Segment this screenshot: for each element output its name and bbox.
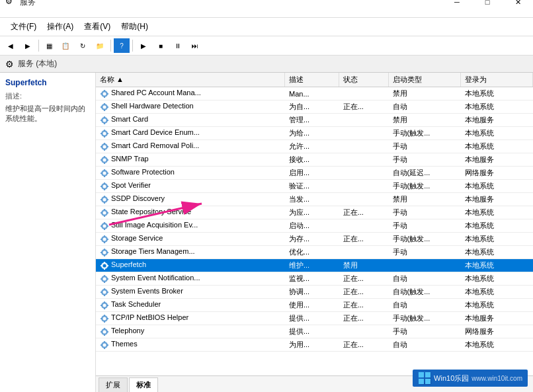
show-hide-button[interactable]: ▦ bbox=[42, 38, 56, 53]
services-table[interactable]: 名称 ▲ 描述 状态 启动类型 登录为 Shared PC Account Ma… bbox=[96, 73, 533, 375]
table-row[interactable]: Superfetch维护...禁用本地系统 bbox=[96, 259, 533, 272]
svg-point-13 bbox=[103, 118, 106, 122]
service-startup-cell: 禁用 bbox=[389, 87, 461, 100]
svg-rect-75 bbox=[104, 255, 105, 256]
help-button[interactable]: ? bbox=[114, 38, 130, 53]
svg-point-67 bbox=[103, 237, 106, 241]
stop-button[interactable]: ■ bbox=[153, 38, 169, 53]
svg-rect-119 bbox=[107, 344, 109, 346]
svg-rect-40 bbox=[101, 173, 102, 174]
service-login-cell: 本地服务 bbox=[461, 312, 533, 325]
service-desc-cell: 验证... bbox=[285, 180, 339, 193]
refresh-button[interactable]: ↻ bbox=[75, 38, 91, 53]
svg-rect-56 bbox=[104, 209, 105, 211]
tab-expand[interactable]: 扩展 bbox=[99, 377, 128, 392]
svg-rect-92 bbox=[104, 288, 105, 290]
svg-rect-118 bbox=[101, 344, 102, 346]
svg-point-91 bbox=[103, 290, 106, 294]
svg-rect-22 bbox=[101, 133, 102, 134]
table-row[interactable]: Storage Service为存...正在...手动(触发...本地系统 bbox=[96, 233, 533, 246]
table-row[interactable]: Themes为用...正在...自动本地系统 bbox=[96, 338, 533, 352]
svg-point-37 bbox=[103, 171, 106, 175]
svg-rect-122 bbox=[419, 372, 424, 377]
service-name-cell: Shared PC Account Mana... bbox=[96, 87, 285, 100]
col-header-status[interactable]: 状态 bbox=[339, 73, 389, 87]
service-name-cell: Still Image Acquisition Ev... bbox=[96, 219, 285, 233]
svg-rect-62 bbox=[104, 222, 105, 224]
tab-standard[interactable]: 标准 bbox=[129, 377, 158, 392]
menu-file[interactable]: 文件(F) bbox=[5, 19, 42, 34]
service-login-cell: 网络服务 bbox=[461, 167, 533, 180]
table-row[interactable]: Storage Tiers Managem...优化...手动本地系统 bbox=[96, 246, 533, 259]
col-header-login[interactable]: 登录为 bbox=[461, 73, 533, 87]
export-button[interactable]: 📁 bbox=[92, 38, 108, 53]
table-row[interactable]: Shell Hardware Detection为自...正在...自动本地系统 bbox=[96, 100, 533, 114]
service-status-cell: 禁用 bbox=[339, 259, 389, 272]
service-desc-cell: 为给... bbox=[285, 127, 339, 140]
svg-rect-29 bbox=[107, 146, 109, 147]
menu-help[interactable]: 帮助(H) bbox=[116, 19, 153, 34]
svg-point-79 bbox=[103, 264, 106, 267]
watermark-logo bbox=[418, 372, 431, 385]
properties-button[interactable]: 📋 bbox=[58, 38, 73, 53]
table-row[interactable]: Smart Card Device Enum...为给...手动(触发...本地… bbox=[96, 127, 533, 140]
table-row[interactable]: Telephony提供...手动网络服务 bbox=[96, 325, 533, 338]
service-status-cell bbox=[339, 219, 389, 233]
col-header-desc[interactable]: 描述 bbox=[285, 73, 339, 87]
service-startup-cell: 禁用 bbox=[389, 114, 461, 127]
restart-button[interactable]: ⏭ bbox=[187, 38, 203, 53]
svg-point-19 bbox=[103, 132, 106, 135]
pause-button[interactable]: ⏸ bbox=[170, 38, 186, 53]
service-startup-cell: 手动 bbox=[389, 140, 461, 153]
svg-rect-35 bbox=[107, 159, 109, 161]
service-login-cell: 本地服务 bbox=[461, 193, 533, 206]
svg-rect-41 bbox=[107, 173, 109, 174]
col-header-startup[interactable]: 启动类型 bbox=[389, 73, 461, 87]
svg-point-97 bbox=[103, 303, 106, 307]
service-desc-cell: 优化... bbox=[285, 246, 339, 259]
table-row[interactable]: TCP/IP NetBIOS Helper提供...正在...手动(触发...本… bbox=[96, 312, 533, 325]
col-header-name[interactable]: 名称 ▲ bbox=[96, 73, 285, 87]
table-row[interactable]: State Repository Service为应...正在...手动本地系统 bbox=[96, 206, 533, 219]
table-row[interactable]: Task Scheduler使用...正在...自动本地系统 bbox=[96, 299, 533, 312]
back-button[interactable]: ◀ bbox=[3, 38, 19, 53]
svg-rect-57 bbox=[104, 215, 105, 217]
svg-rect-21 bbox=[104, 136, 105, 137]
menu-view[interactable]: 查看(V) bbox=[79, 19, 116, 34]
service-status-cell bbox=[339, 87, 389, 100]
minimize-button[interactable]: ─ bbox=[442, 0, 472, 12]
svg-rect-69 bbox=[104, 241, 105, 243]
service-name-cell: Spot Verifier bbox=[96, 180, 285, 193]
svg-rect-68 bbox=[104, 235, 105, 237]
table-row[interactable]: Smart Card Removal Poli...允许...手动本地系统 bbox=[96, 140, 533, 153]
service-status-cell bbox=[339, 325, 389, 338]
service-status-cell bbox=[339, 140, 389, 153]
app-icon: ⚙ bbox=[5, 0, 16, 7]
table-row[interactable]: Smart Card管理...禁用本地服务 bbox=[96, 114, 533, 127]
table-row[interactable]: SNMP Trap接收...手动本地服务 bbox=[96, 153, 533, 167]
menu-action[interactable]: 操作(A) bbox=[42, 19, 79, 34]
service-startup-cell: 自动(延迟... bbox=[389, 167, 461, 180]
table-row[interactable]: SSDP Discovery当发...禁用本地服务 bbox=[96, 193, 533, 206]
service-startup-cell: 手动 bbox=[389, 246, 461, 259]
svg-rect-107 bbox=[107, 318, 109, 319]
maximize-button[interactable]: □ bbox=[472, 0, 503, 12]
svg-rect-70 bbox=[101, 239, 102, 240]
svg-rect-58 bbox=[101, 212, 102, 214]
table-row[interactable]: System Event Notification...监视...正在...自动… bbox=[96, 272, 533, 286]
svg-rect-8 bbox=[104, 103, 105, 105]
table-row[interactable]: Spot Verifier验证...手动(触发...本地系统 bbox=[96, 180, 533, 193]
svg-rect-27 bbox=[104, 149, 105, 151]
window-title: 服务 bbox=[20, 0, 36, 8]
forward-button[interactable]: ▶ bbox=[20, 38, 36, 53]
table-row[interactable]: System Events Broker协调...正在...自动(触发...本地… bbox=[96, 286, 533, 299]
start-button[interactable]: ▶ bbox=[136, 38, 151, 53]
table-row[interactable]: Shared PC Account Mana...Man...禁用本地系统 bbox=[96, 87, 533, 100]
svg-rect-82 bbox=[101, 265, 102, 266]
table-row[interactable]: Still Image Acquisition Ev...启动...手动本地系统 bbox=[96, 219, 533, 233]
table-row[interactable]: Software Protection启用...自动(延迟...网络服务 bbox=[96, 167, 533, 180]
service-desc-cell: 为用... bbox=[285, 338, 339, 352]
close-button[interactable]: ✕ bbox=[503, 0, 533, 12]
service-startup-cell: 手动(触发... bbox=[389, 312, 461, 325]
main-content: Superfetch 描述: 维护和提高一段时间内的系统性能。 名称 ▲ 描述 … bbox=[0, 73, 533, 392]
